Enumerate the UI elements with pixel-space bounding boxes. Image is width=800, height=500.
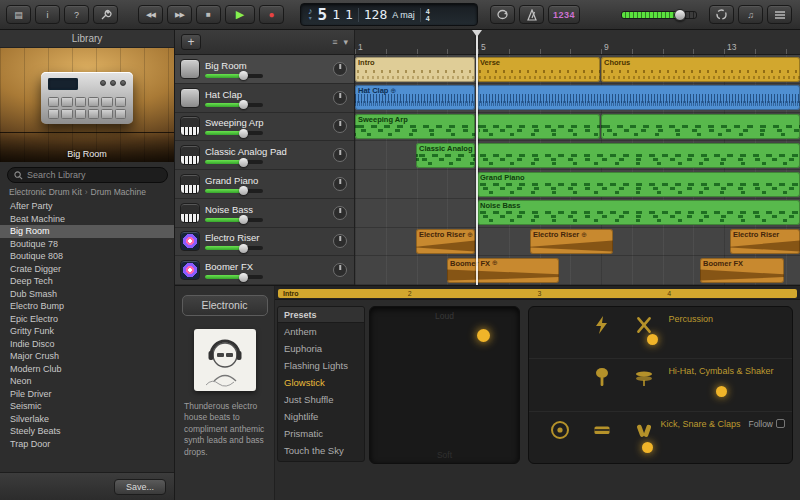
- track-header[interactable]: Classic Analog Pad: [175, 141, 354, 170]
- search-field[interactable]: [7, 167, 168, 183]
- list-item[interactable]: Dub Smash: [0, 288, 174, 301]
- list-item[interactable]: Indie Disco: [0, 338, 174, 351]
- quick-help-button[interactable]: ?: [64, 5, 89, 24]
- lcd-tempo[interactable]: 128: [364, 7, 387, 22]
- audio-region[interactable]: Boomer FX⊕: [447, 258, 559, 283]
- track-volume-slider[interactable]: [205, 275, 263, 279]
- track-header[interactable]: Electro Riser: [175, 228, 354, 257]
- preset-item[interactable]: Flashing Lights: [278, 357, 364, 374]
- slider-thumb[interactable]: [239, 186, 248, 195]
- preset-item[interactable]: Prismatic: [278, 425, 364, 442]
- lcd-time-signature[interactable]: 4 4: [426, 8, 430, 22]
- timeline-ruler[interactable]: 1 5 9 13: [355, 30, 800, 55]
- track-volume-slider[interactable]: [205, 246, 263, 250]
- hihat-icon[interactable]: [634, 367, 654, 387]
- clap-icon[interactable]: [634, 420, 654, 440]
- track-volume-slider[interactable]: [205, 218, 263, 222]
- midi-region[interactable]: Sweeping Arp: [355, 114, 475, 139]
- midi-region[interactable]: Grand Piano: [477, 172, 800, 197]
- list-item[interactable]: Crate Digger: [0, 263, 174, 276]
- cycle-button[interactable]: [490, 5, 515, 24]
- slider-thumb[interactable]: [239, 71, 248, 80]
- track-pan-knob[interactable]: [333, 206, 347, 220]
- mixer-icon[interactable]: ≡: [332, 37, 337, 47]
- track-header[interactable]: Noise Bass: [175, 199, 354, 228]
- list-item[interactable]: After Party: [0, 200, 174, 213]
- tools-button[interactable]: [93, 5, 118, 24]
- shaker-icon[interactable]: [592, 367, 612, 387]
- slider-thumb[interactable]: [239, 158, 248, 167]
- list-item[interactable]: Major Crush: [0, 350, 174, 363]
- track-volume-slider[interactable]: [205, 131, 263, 135]
- list-item[interactable]: Boutique 808: [0, 250, 174, 263]
- slider-thumb[interactable]: [239, 215, 248, 224]
- midi-region[interactable]: Noise Bass: [477, 200, 800, 225]
- list-item[interactable]: Boutique 78: [0, 238, 174, 251]
- track-pan-knob[interactable]: [333, 62, 347, 76]
- audio-region[interactable]: Electro Riser: [730, 229, 800, 254]
- master-volume[interactable]: [621, 11, 697, 19]
- track-header[interactable]: Sweeping Arp: [175, 113, 354, 142]
- lcd-key-signature[interactable]: A maj: [392, 10, 415, 20]
- search-input[interactable]: [27, 170, 161, 180]
- lcd-display[interactable]: ♪ ▾ 5 1 1 128 A maj 4 4: [300, 3, 478, 26]
- hihat-slider-dot[interactable]: [716, 386, 727, 397]
- save-button[interactable]: Save...: [114, 479, 166, 495]
- drumsticks-icon[interactable]: [634, 315, 654, 335]
- editor-region-bar[interactable]: Intro 2 3 4: [278, 289, 797, 298]
- track-pan-knob[interactable]: [333, 177, 347, 191]
- list-item[interactable]: Trap Door: [0, 438, 174, 451]
- track-volume-slider[interactable]: [205, 160, 263, 164]
- list-item[interactable]: Beat Machine: [0, 213, 174, 226]
- drummer-avatar[interactable]: [194, 329, 256, 391]
- media-browser-button[interactable]: ♫: [738, 5, 763, 24]
- audio-region[interactable]: [477, 85, 800, 110]
- preset-item[interactable]: Anthem: [278, 323, 364, 340]
- preset-item[interactable]: Just Shuffle: [278, 391, 364, 408]
- slider-thumb[interactable]: [239, 129, 248, 138]
- drummer-xy-pad[interactable]: Loud Soft: [369, 306, 520, 464]
- list-item[interactable]: Seismic: [0, 400, 174, 413]
- breadcrumb[interactable]: Electronic Drum Kit›Drum Machine: [9, 187, 146, 197]
- slider-thumb[interactable]: [239, 100, 248, 109]
- kick-drum-icon[interactable]: [550, 420, 570, 440]
- kick-snare-slider-dot[interactable]: [642, 442, 653, 453]
- info-button[interactable]: i: [35, 5, 60, 24]
- track-header[interactable]: Boomer FX: [175, 256, 354, 285]
- list-item[interactable]: Pile Driver: [0, 388, 174, 401]
- preset-item[interactable]: Touch the Sky: [278, 442, 364, 459]
- list-view-button[interactable]: [767, 5, 792, 24]
- midi-region[interactable]: [477, 114, 600, 139]
- lcd-mode-selector[interactable]: ♪ ▾: [308, 8, 313, 22]
- midi-region[interactable]: Classic Analog Pad: [416, 143, 475, 168]
- forward-button[interactable]: ▶▶: [167, 5, 192, 24]
- record-button[interactable]: ●: [259, 5, 284, 24]
- midi-region[interactable]: [601, 114, 800, 139]
- snare-drum-icon[interactable]: [592, 420, 612, 440]
- midi-region[interactable]: [477, 143, 800, 168]
- track-volume-slider[interactable]: [205, 103, 263, 107]
- volume-meter[interactable]: [621, 11, 697, 19]
- list-item[interactable]: Gritty Funk: [0, 325, 174, 338]
- breadcrumb-item[interactable]: Drum Machine: [91, 187, 146, 197]
- track-pan-knob[interactable]: [333, 91, 347, 105]
- audio-region[interactable]: Hat Clap⊕: [355, 85, 475, 110]
- drummer-region[interactable]: Intro: [355, 57, 475, 82]
- list-item[interactable]: Electro Bump: [0, 300, 174, 313]
- count-in-button[interactable]: 1234: [548, 5, 580, 24]
- track-header[interactable]: Hat Clap: [175, 84, 354, 113]
- chevron-down-icon[interactable]: ▾: [343, 37, 348, 47]
- rewind-button[interactable]: ◀◀: [138, 5, 163, 24]
- list-item[interactable]: Modern Club: [0, 363, 174, 376]
- volume-thumb[interactable]: [674, 9, 686, 21]
- track-header[interactable]: Grand Piano: [175, 170, 354, 199]
- preset-item[interactable]: Nightlife: [278, 408, 364, 425]
- breadcrumb-item[interactable]: Electronic Drum Kit: [9, 187, 82, 197]
- list-item[interactable]: Epic Electro: [0, 313, 174, 326]
- editor-ruler[interactable]: Intro 2 3 4: [275, 286, 800, 300]
- track-volume-slider[interactable]: [205, 74, 263, 78]
- stop-button[interactable]: ■: [196, 5, 221, 24]
- preset-item-selected[interactable]: Glowstick: [278, 374, 364, 391]
- metronome-button[interactable]: [519, 5, 544, 24]
- drummer-region[interactable]: Verse: [477, 57, 600, 82]
